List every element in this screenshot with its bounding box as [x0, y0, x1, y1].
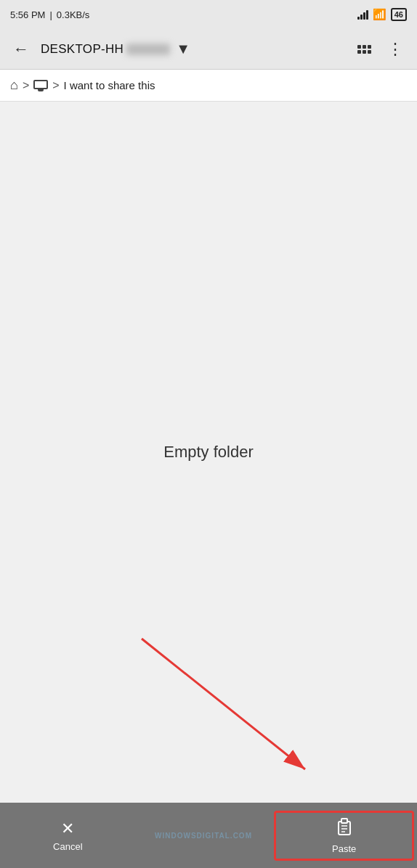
empty-folder-label: Empty folder [163, 443, 254, 462]
watermark-label: WINDOWSDIGITAL.COM [155, 832, 252, 840]
breadcrumb-sep-1: > [23, 79, 29, 92]
device-name-blurred [126, 44, 170, 55]
signal-icon [357, 9, 368, 20]
paste-icon [336, 817, 353, 840]
cancel-label: Cancel [53, 841, 82, 852]
battery-icon: 46 [391, 8, 407, 21]
toolbar: ← DESKTOP-HH ▼ ⋮ [0, 29, 417, 70]
breadcrumb: ⌂ > > I want to share this [0, 70, 417, 102]
breadcrumb-folder-label: I want to share this [64, 79, 155, 91]
time-label: 5:56 PM [10, 9, 45, 20]
battery-label: 46 [394, 10, 403, 19]
wifi-icon: 📶 [373, 8, 386, 21]
monitor-icon [33, 80, 48, 91]
toolbar-title: DESKTOP-HH ▼ [41, 38, 346, 60]
status-bar: 5:56 PM | 0.3KB/s 📶 46 [0, 0, 417, 29]
data-speed-label: 0.3KB/s [57, 9, 90, 20]
breadcrumb-sep-2: > [52, 79, 59, 92]
cancel-icon: ✕ [61, 819, 74, 838]
status-right: 📶 46 [357, 8, 407, 21]
main-content: Empty folder [0, 102, 417, 803]
home-icon[interactable]: ⌂ [10, 78, 18, 93]
bottom-action-bar: ✕ Cancel WINDOWSDIGITAL.COM Paste [0, 803, 417, 868]
back-button[interactable]: ← [7, 36, 35, 63]
more-options-button[interactable]: ⋮ [381, 36, 410, 63]
paste-label: Paste [332, 843, 356, 854]
cancel-button[interactable]: ✕ Cancel [0, 819, 136, 852]
status-left: 5:56 PM | 0.3KB/s [10, 9, 89, 20]
grid-view-button[interactable] [352, 39, 377, 60]
device-name-label: DESKTOP-HH [41, 42, 124, 57]
separator: | [49, 9, 52, 20]
dropdown-button[interactable]: ▼ [173, 38, 193, 60]
paste-button[interactable]: Paste [274, 811, 414, 861]
toolbar-actions: ⋮ [352, 36, 410, 63]
svg-rect-3 [341, 819, 347, 823]
